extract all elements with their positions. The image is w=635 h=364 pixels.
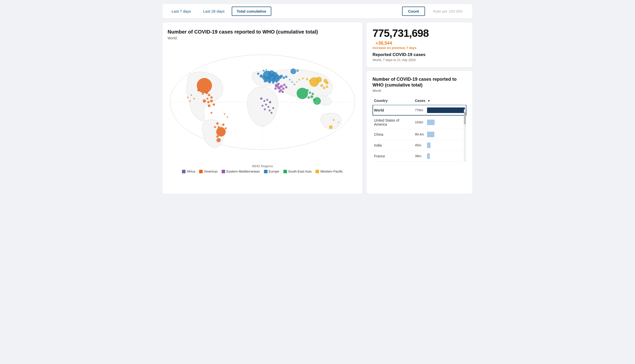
table-row[interactable]: United States of America 103m [373, 116, 466, 129]
tab-last-7-days[interactable]: Last 7 days [167, 7, 196, 16]
svg-point-41 [266, 69, 267, 70]
legend-items: Africa Americas Eastern Mediterranean Eu… [168, 170, 357, 173]
count-button[interactable]: Count [402, 7, 425, 16]
svg-point-60 [309, 92, 311, 94]
stats-meta: World, 7 days to 21 July 2024 [373, 58, 466, 62]
svg-point-100 [292, 81, 293, 83]
legend-title: WHO Regions [168, 164, 357, 168]
map-legend: WHO Regions Africa Americas Eastern Medi… [168, 164, 357, 173]
main-content: Number of COVID-19 cases reported to WHO… [163, 22, 472, 194]
svg-point-21 [225, 127, 227, 129]
svg-point-10 [206, 98, 208, 100]
svg-point-13 [210, 100, 213, 102]
svg-point-59 [306, 89, 309, 91]
stats-increase-value: +38,544 [376, 41, 416, 46]
svg-point-84 [269, 109, 271, 111]
svg-point-77 [263, 100, 266, 102]
cases-value: 39m [415, 154, 425, 158]
svg-point-81 [268, 106, 270, 108]
table-row[interactable]: World 776m [373, 105, 466, 116]
svg-point-88 [193, 98, 195, 99]
svg-point-14 [213, 103, 215, 106]
americas-color-dot [199, 170, 203, 173]
svg-point-55 [274, 88, 277, 90]
svg-point-63 [308, 96, 310, 99]
bar-fill [427, 143, 431, 148]
scrollbar-thumb[interactable] [464, 112, 466, 124]
scrollbar-track [464, 109, 466, 162]
svg-point-22 [217, 138, 221, 142]
svg-point-53 [277, 83, 280, 85]
bar-track [427, 153, 465, 159]
tab-total-cumulative[interactable]: Total cumulative [232, 7, 271, 16]
country-cell: China [373, 129, 413, 140]
bar-track [427, 143, 465, 148]
svg-point-67 [316, 77, 322, 82]
svg-point-98 [296, 81, 298, 83]
svg-point-61 [312, 93, 314, 95]
cases-column-header[interactable]: Cases ▼ [413, 97, 466, 105]
rate-button[interactable]: Rate per 100 000 [427, 7, 468, 16]
cases-cell: 45m [413, 140, 466, 151]
tab-last-28-days[interactable]: Last 28 days [198, 7, 230, 16]
svg-point-43 [296, 69, 299, 72]
svg-point-83 [264, 108, 266, 110]
svg-point-73 [329, 125, 333, 129]
svg-point-94 [298, 79, 300, 81]
legend-item-africa: Africa [182, 170, 195, 173]
svg-point-39 [257, 73, 259, 75]
svg-point-92 [227, 116, 228, 118]
cases-value: 99.4m [415, 132, 425, 136]
table-row[interactable]: China 99.4m [373, 129, 466, 140]
top-navigation: Last 7 days Last 28 days Total cumulativ… [163, 4, 472, 18]
svg-point-86 [271, 112, 273, 114]
table-card-subtitle: World [373, 89, 466, 93]
eastern-med-color-dot [222, 170, 225, 173]
svg-point-49 [280, 85, 283, 88]
svg-point-6 [202, 93, 204, 95]
table-row[interactable]: India 45m [373, 140, 466, 151]
map-container[interactable] [168, 44, 357, 160]
svg-point-54 [285, 86, 287, 88]
svg-point-50 [282, 88, 284, 90]
europe-label: Europe [269, 170, 279, 173]
svg-point-87 [191, 94, 192, 96]
europe-color-dot [264, 170, 268, 173]
map-region-label: World [168, 36, 357, 40]
svg-point-19 [218, 126, 220, 128]
svg-point-70 [320, 84, 323, 87]
cases-value: 103m [415, 120, 425, 124]
legend-item-eastern-mediterranean: Eastern Mediterranean [222, 170, 260, 173]
svg-point-76 [260, 97, 262, 100]
table-scroll-container[interactable]: Country Cases ▼ World [373, 97, 466, 162]
country-cell: World [373, 105, 413, 116]
cases-cell: 99.4m [413, 129, 466, 140]
country-cell: India [373, 140, 413, 151]
bar-fill [427, 107, 465, 113]
svg-point-37 [272, 81, 274, 83]
table-header: Country Cases ▼ [373, 97, 466, 105]
table-card: Number of COVID-19 cases reported to WHO… [366, 71, 472, 194]
eastern-med-label: Eastern Mediterranean [226, 170, 260, 173]
svg-point-20 [222, 124, 224, 126]
americas-label: Americas [204, 170, 218, 173]
table-row[interactable]: France 39m [373, 151, 466, 161]
bar-track [427, 132, 465, 137]
svg-point-18 [214, 126, 216, 128]
legend-item-americas: Americas [199, 170, 218, 173]
wp-color-dot [315, 170, 319, 173]
svg-point-79 [269, 101, 271, 103]
svg-point-52 [283, 84, 285, 86]
wp-label: Western Pacific [320, 170, 343, 173]
svg-point-78 [266, 99, 268, 101]
country-column-header: Country [373, 97, 413, 105]
legend-item-south-east-asia: South-East Asia [283, 170, 312, 173]
bar-fill [427, 132, 434, 137]
svg-point-93 [210, 112, 213, 114]
map-title: Number of COVID-19 cases reported to WHO… [168, 29, 357, 35]
stats-increase-label: increase on previous 7 days [373, 46, 416, 50]
stats-total-number: 775,731,698 [373, 28, 429, 39]
view-toggle: Count Rate per 100 000 [402, 7, 468, 16]
stats-reported-label: Reported COVID-19 cases [373, 52, 466, 57]
svg-point-46 [285, 76, 287, 78]
